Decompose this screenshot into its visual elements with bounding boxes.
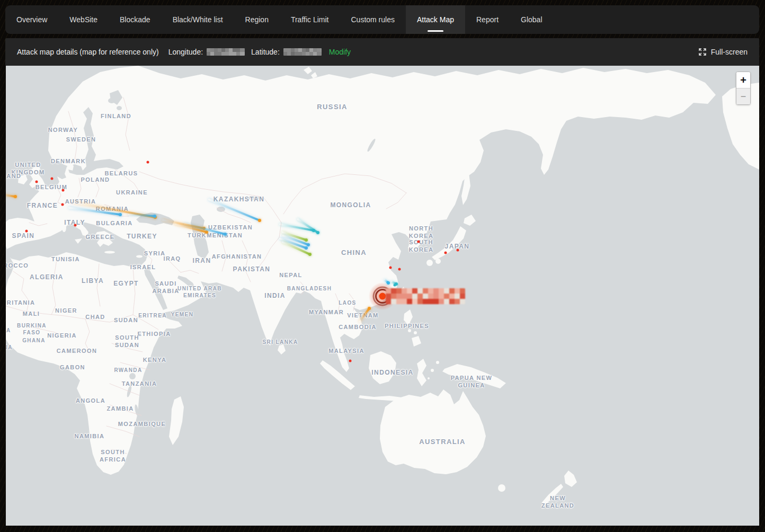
map-toolbar: Attack map details (map for reference on…: [5, 38, 759, 66]
target-label-redacted: [386, 288, 465, 304]
tab-traffic-limit[interactable]: Traffic Limit: [280, 5, 340, 34]
attack-dot-red: [389, 267, 392, 269]
zoom-out-button[interactable]: −: [736, 88, 750, 104]
tab-attack-map[interactable]: Attack Map: [406, 5, 465, 34]
latitude-label: Latitude:: [251, 48, 280, 56]
fullscreen-icon: [698, 48, 707, 56]
fullscreen-label: Full-screen: [711, 48, 748, 56]
attack-dot-red: [457, 249, 459, 252]
attack-trail-head: [305, 246, 308, 250]
attack-trail-head: [119, 213, 122, 216]
attack-trail-head: [205, 230, 208, 234]
attack-trail-head: [368, 307, 371, 310]
attack-dot-red: [444, 252, 447, 254]
tab-region[interactable]: Region: [234, 5, 280, 34]
zoom-control: + −: [736, 72, 751, 105]
target-core: [379, 293, 386, 300]
tab-black-white-list[interactable]: Black/White list: [162, 5, 234, 34]
attack-trail-head: [258, 219, 261, 222]
toolbar-title: Attack map details (map for reference on…: [17, 48, 159, 56]
longitude-label: Longitude:: [168, 48, 203, 56]
attack-trail-head: [305, 238, 308, 242]
fullscreen-button[interactable]: Full-screen: [698, 48, 748, 56]
attack-dot-red: [398, 268, 401, 271]
attack-dot-red: [61, 203, 64, 206]
attack-dot-red: [349, 360, 352, 362]
modify-link[interactable]: Modify: [329, 48, 351, 56]
attack-trail-head: [153, 215, 156, 218]
tab-overview[interactable]: Overview: [5, 5, 58, 34]
attack-trail-head: [14, 195, 17, 198]
attack-dot-red: [62, 189, 65, 192]
attack-dot-teal: [394, 284, 396, 287]
latitude-value-redacted: [283, 48, 322, 56]
tab-custom-rules[interactable]: Custom rules: [340, 5, 406, 34]
attack-trail-head: [316, 231, 319, 234]
attack-dot-red: [74, 224, 77, 227]
attack-dot-red: [51, 178, 54, 180]
tab-bar: OverviewWebSiteBlockadeBlack/White listR…: [5, 5, 759, 34]
attack-dot-red: [147, 161, 149, 164]
tab-blockade[interactable]: Blockade: [109, 5, 162, 34]
attack-trail-head: [312, 229, 315, 232]
attack-trail-head: [224, 233, 227, 236]
attack-dot-red: [35, 181, 38, 183]
attack-dot-red: [25, 230, 28, 233]
longitude-value-redacted: [207, 48, 245, 56]
tab-report[interactable]: Report: [465, 5, 510, 34]
attack-trail-head: [308, 253, 312, 256]
attack-dot-red: [417, 241, 420, 243]
tab-global[interactable]: Global: [510, 5, 553, 34]
attack-map[interactable]: RUSSIAFINLANDNORWAYSWEDENDENMARKUNITED K…: [6, 66, 759, 526]
tab-website[interactable]: WebSite: [58, 5, 109, 34]
attack-trail-head: [307, 243, 310, 246]
zoom-in-button[interactable]: +: [736, 72, 750, 88]
